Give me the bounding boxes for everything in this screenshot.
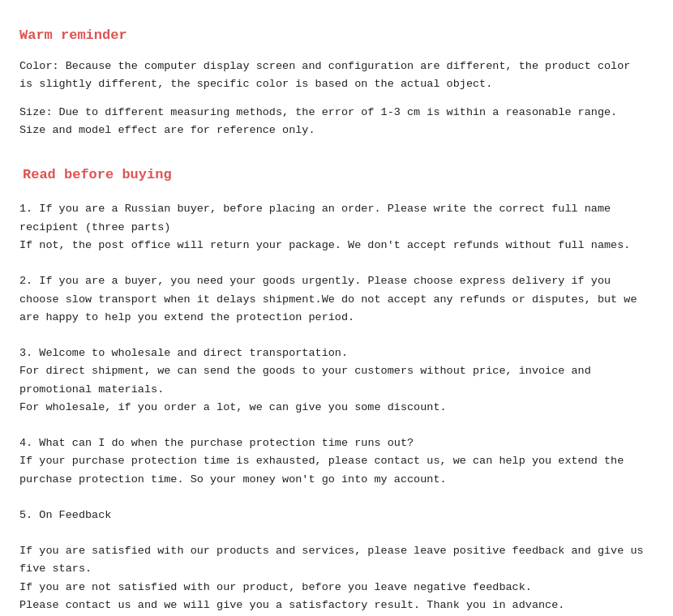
- item-4-number: 4.: [19, 437, 39, 449]
- item-4: 4. What can I do when the purchase prote…: [19, 434, 649, 489]
- item-1: 1. If you are a Russian buyer, before pl…: [19, 200, 649, 255]
- item-3: 3. Welcome to wholesale and direct trans…: [19, 344, 649, 417]
- item-3-text: Welcome to wholesale and direct transpor…: [19, 347, 591, 413]
- warm-reminder-section: Warm reminder Color: Because the compute…: [19, 24, 649, 139]
- read-before-section: Read before buying 1. If you are a Russi…: [19, 164, 649, 614]
- item-5-number: 5.: [19, 509, 39, 521]
- item-1-text: If you are a Russian buyer, before placi…: [19, 203, 630, 251]
- item-2-text: If you are a buyer, you need your goods …: [19, 275, 637, 323]
- item-4-text: What can I do when the purchase protecti…: [19, 437, 624, 486]
- item-5: 5. On Feedback: [19, 507, 649, 524]
- read-before-title: Read before buying: [19, 164, 649, 186]
- warm-reminder-title: Warm reminder: [19, 24, 649, 46]
- item-2: 2. If you are a buyer, you need your goo…: [19, 272, 649, 327]
- feedback-text: If you are satisfied with our products a…: [19, 542, 649, 614]
- color-note: Color: Because the computer display scre…: [19, 58, 649, 94]
- item-5-text: On Feedback: [39, 509, 111, 521]
- item-3-number: 3.: [19, 347, 39, 359]
- item-2-number: 2.: [19, 275, 39, 287]
- size-note: Size: Due to different measuring methods…: [19, 104, 649, 140]
- item-1-number: 1.: [19, 203, 39, 215]
